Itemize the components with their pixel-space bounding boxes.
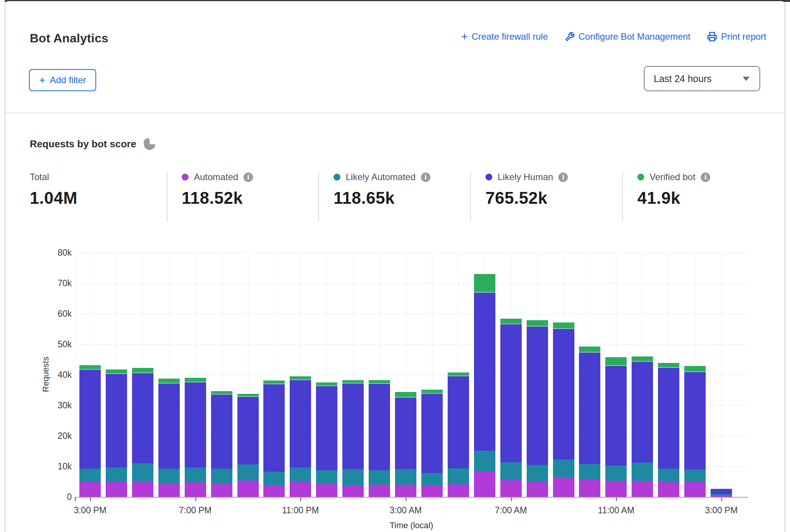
bar-segment-verified-bot[interactable] [500, 319, 522, 324]
bar-segment-likely-human[interactable] [211, 395, 232, 469]
bar-segment-automated[interactable] [632, 481, 653, 497]
create-firewall-rule-link[interactable]: + Create firewall rule [461, 31, 548, 42]
bar-segment-likely-human[interactable] [553, 329, 574, 459]
bar-segment-likely-automated[interactable] [132, 463, 153, 481]
bar-segment-automated[interactable] [579, 480, 600, 497]
stacked-bar[interactable] [684, 366, 706, 497]
bar-segment-verified-bot[interactable] [527, 320, 548, 327]
bar-segment-verified-bot[interactable] [553, 322, 574, 329]
stacked-bar[interactable] [211, 391, 232, 497]
bar-segment-likely-human[interactable] [527, 327, 548, 465]
bar-segment-likely-automated[interactable] [158, 469, 180, 484]
bar-segment-likely-human[interactable] [684, 372, 706, 469]
bar-segment-likely-automated[interactable] [316, 470, 337, 484]
bar-segment-automated[interactable] [106, 482, 127, 497]
bar-segment-verified-bot[interactable] [448, 372, 469, 376]
bar-segment-likely-human[interactable] [448, 376, 469, 468]
bar-segment-likely-automated[interactable] [605, 466, 627, 480]
bar-segment-verified-bot[interactable] [79, 365, 101, 370]
bar-segment-likely-human[interactable] [500, 324, 522, 462]
bar-segment-likely-automated[interactable] [527, 465, 548, 482]
bar-segment-likely-automated[interactable] [237, 464, 259, 480]
bar-segment-automated[interactable] [237, 480, 259, 497]
bar-segment-verified-bot[interactable] [369, 380, 390, 384]
bar-segment-likely-automated[interactable] [421, 473, 443, 485]
bar-segment-likely-automated[interactable] [448, 468, 469, 484]
bar-segment-automated[interactable] [79, 482, 101, 497]
info-icon[interactable]: i [243, 172, 253, 182]
bar-segment-likely-human[interactable] [132, 373, 153, 463]
bar-segment-likely-automated[interactable] [395, 469, 416, 485]
stacked-bar[interactable] [290, 376, 311, 497]
bar-segment-likely-automated[interactable] [553, 459, 574, 478]
bar-segment-verified-bot[interactable] [132, 368, 153, 373]
bar-segment-verified-bot[interactable] [237, 394, 259, 397]
bar-segment-verified-bot[interactable] [632, 356, 653, 362]
stacked-bar[interactable] [342, 380, 364, 497]
bar-segment-likely-human[interactable] [106, 374, 127, 468]
bar-segment-likely-automated[interactable] [684, 469, 706, 482]
bar-segment-automated[interactable] [684, 482, 706, 497]
bar-segment-automated[interactable] [711, 495, 732, 497]
bar-segment-likely-human[interactable] [290, 380, 311, 468]
stacked-bar[interactable] [79, 365, 101, 497]
bar-segment-automated[interactable] [158, 484, 180, 497]
stacked-bar[interactable] [711, 489, 732, 497]
bar-segment-automated[interactable] [290, 482, 311, 497]
bar-segment-automated[interactable] [342, 485, 364, 497]
stacked-bar[interactable] [185, 378, 206, 497]
bar-segment-verified-bot[interactable] [106, 369, 127, 374]
bar-segment-likely-automated[interactable] [658, 469, 679, 482]
bar-segment-automated[interactable] [605, 481, 627, 497]
bar-segment-automated[interactable] [474, 472, 495, 497]
bar-segment-automated[interactable] [448, 484, 469, 497]
bar-segment-likely-automated[interactable] [290, 468, 311, 482]
bar-segment-likely-human[interactable] [342, 384, 364, 469]
bar-segment-automated[interactable] [527, 482, 548, 497]
bar-segment-verified-bot[interactable] [395, 392, 416, 398]
info-icon[interactable]: i [421, 172, 430, 182]
bar-segment-likely-automated[interactable] [474, 451, 495, 471]
stacked-bar[interactable] [579, 347, 600, 497]
bar-segment-verified-bot[interactable] [579, 347, 600, 353]
bar-segment-likely-human[interactable] [237, 397, 259, 464]
bar-segment-likely-human[interactable] [632, 362, 653, 463]
bar-segment-verified-bot[interactable] [316, 382, 337, 386]
bar-segment-verified-bot[interactable] [342, 380, 364, 384]
bar-segment-likely-human[interactable] [579, 353, 600, 464]
stacked-bar[interactable] [448, 372, 469, 497]
bar-segment-likely-human[interactable] [369, 384, 390, 470]
bar-segment-likely-human[interactable] [158, 384, 180, 468]
bar-segment-automated[interactable] [500, 480, 522, 497]
stacked-bar[interactable] [658, 363, 679, 497]
bar-segment-likely-automated[interactable] [79, 469, 101, 482]
add-filter-button[interactable]: + Add filter [29, 69, 96, 91]
stacked-bar[interactable] [605, 357, 627, 497]
bar-segment-likely-human[interactable] [421, 394, 443, 473]
bar-segment-verified-bot[interactable] [263, 380, 285, 384]
stacked-bar[interactable] [132, 368, 153, 497]
bar-segment-verified-bot[interactable] [658, 363, 679, 368]
stacked-bar[interactable] [237, 394, 259, 497]
bar-segment-likely-human[interactable] [263, 384, 285, 472]
bar-segment-automated[interactable] [553, 478, 574, 497]
bar-segment-likely-human[interactable] [711, 489, 732, 494]
stacked-bar[interactable] [316, 382, 337, 497]
bar-segment-likely-automated[interactable] [263, 472, 285, 485]
info-icon[interactable]: i [558, 172, 568, 182]
bar-segment-likely-human[interactable] [605, 366, 627, 466]
bar-segment-likely-automated[interactable] [579, 464, 600, 480]
bar-segment-automated[interactable] [263, 485, 285, 497]
stacked-bar[interactable] [395, 392, 416, 497]
bar-segment-automated[interactable] [316, 484, 337, 497]
bar-segment-automated[interactable] [185, 482, 206, 497]
stacked-bar[interactable] [263, 380, 285, 497]
bar-segment-likely-human[interactable] [474, 293, 495, 451]
bar-segment-verified-bot[interactable] [290, 376, 311, 380]
bar-segment-likely-automated[interactable] [342, 469, 364, 485]
bar-segment-automated[interactable] [132, 481, 153, 497]
stacked-bar[interactable] [632, 356, 653, 497]
stacked-bar[interactable] [158, 379, 180, 497]
stacked-bar[interactable] [106, 369, 127, 497]
stacked-bar[interactable] [500, 319, 522, 497]
